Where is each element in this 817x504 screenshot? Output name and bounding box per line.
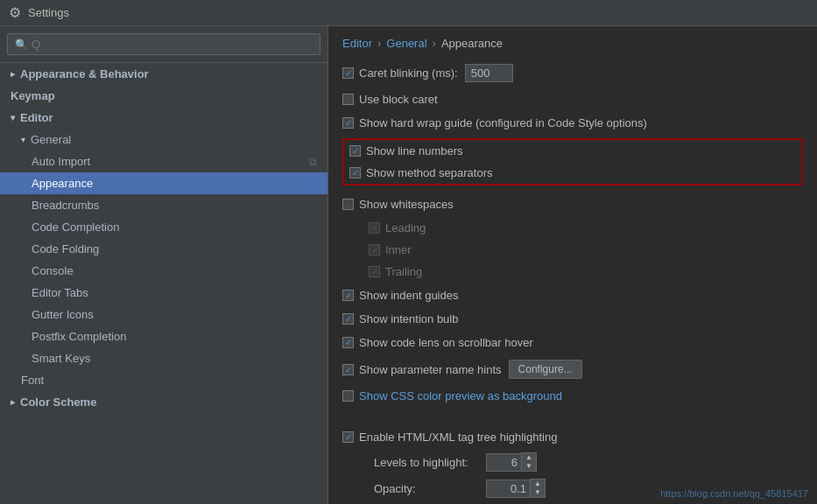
trailing-checkbox[interactable]: ✓ Trailing — [369, 265, 422, 278]
opacity-up[interactable]: ▲ — [531, 480, 545, 488]
levels-up[interactable]: ▲ — [522, 453, 536, 462]
leading-check[interactable]: ✓ — [369, 222, 380, 234]
show-whitespaces-check[interactable] — [342, 199, 354, 210]
enable-html-xml-check[interactable] — [342, 431, 354, 443]
copy-icon: ⧉ — [309, 156, 317, 168]
show-whitespaces-checkbox[interactable]: Show whitespaces — [342, 198, 454, 211]
show-line-numbers-check[interactable] — [349, 145, 361, 157]
show-code-lens-checkbox[interactable]: Show code lens on scrollbar hover — [342, 336, 533, 349]
show-method-separators-check[interactable] — [349, 167, 361, 178]
show-whitespaces-label: Show whitespaces — [359, 198, 454, 211]
caret-blinking-checkbox[interactable]: Caret blinking (ms): — [342, 66, 458, 80]
sidebar-label: General — [31, 133, 71, 146]
sidebar-label: Editor — [20, 111, 53, 124]
sidebar-label: Keymap — [11, 89, 55, 102]
breadcrumb-general: General — [386, 37, 426, 50]
show-code-lens-check[interactable] — [342, 337, 354, 348]
show-parameter-hints-check[interactable] — [342, 364, 354, 375]
opacity-arrows: ▲ ▼ — [530, 479, 546, 498]
breadcrumb-editor: Editor — [342, 37, 372, 50]
show-intention-bulb-row: Show intention bulb — [342, 311, 803, 327]
arrow-icon — [11, 397, 15, 407]
search-field[interactable] — [32, 38, 313, 51]
show-intention-bulb-label: Show intention bulb — [359, 312, 458, 326]
sidebar-tree: Appearance & Behavior Keymap Editor Gene… — [0, 63, 328, 504]
red-annotation-box: Show line numbers Show method separators — [342, 138, 803, 186]
sidebar-item-color-scheme[interactable]: Color Scheme — [0, 391, 328, 413]
show-parameter-hints-label: Show parameter name hints — [359, 363, 502, 376]
opacity-down[interactable]: ▼ — [531, 488, 545, 497]
levels-down[interactable]: ▼ — [522, 462, 536, 471]
sidebar-label: Code Folding — [32, 242, 99, 256]
levels-input[interactable] — [486, 453, 521, 472]
sidebar-label: Smart Keys — [32, 352, 90, 365]
show-css-color-label: Show CSS color preview as background — [359, 389, 562, 402]
show-whitespaces-row: Show whitespaces — [342, 196, 803, 213]
levels-arrows: ▲ ▼ — [521, 452, 537, 472]
opacity-label: Opacity: — [374, 482, 479, 495]
caret-blinking-row: Caret blinking (ms): — [342, 62, 803, 84]
main-content: 🔍 Appearance & Behavior Keymap Editor — [0, 26, 817, 504]
show-method-separators-checkbox[interactable]: Show method separators — [349, 166, 493, 179]
leading-row: ✓ Leading — [369, 220, 803, 236]
opacity-input[interactable] — [486, 480, 530, 498]
sidebar-label: Breadcrumbs — [32, 199, 99, 212]
breadcrumb: Editor › General › Appearance — [342, 37, 803, 50]
sidebar-item-auto-import[interactable]: Auto Import ⧉ — [0, 150, 328, 172]
window-title: Settings — [28, 6, 69, 19]
sidebar-item-font[interactable]: Font — [0, 369, 328, 391]
sidebar-item-general[interactable]: General — [0, 129, 328, 150]
breadcrumb-appearance: Appearance — [441, 37, 503, 50]
sidebar-item-code-folding[interactable]: Code Folding — [0, 238, 328, 260]
show-intention-bulb-checkbox[interactable]: Show intention bulb — [342, 312, 458, 326]
caret-blinking-check[interactable] — [342, 67, 354, 79]
show-line-numbers-label: Show line numbers — [366, 144, 463, 158]
configure-button[interactable]: Configure... — [509, 360, 582, 379]
inner-check[interactable]: ✓ — [369, 244, 380, 256]
sidebar-label: Postfix Completion — [32, 330, 126, 343]
show-hard-wrap-check[interactable] — [342, 117, 354, 129]
show-css-color-checkbox[interactable]: Show CSS color preview as background — [342, 389, 562, 402]
sidebar-label: Appearance — [32, 177, 93, 190]
settings-section: Caret blinking (ms): Use block caret Sho… — [342, 62, 803, 504]
sidebar: 🔍 Appearance & Behavior Keymap Editor — [0, 26, 328, 504]
show-indent-guides-check[interactable] — [342, 290, 354, 301]
sidebar-item-postfix-completion[interactable]: Postfix Completion — [0, 326, 328, 347]
show-parameter-hints-checkbox[interactable]: Show parameter name hints — [342, 363, 502, 376]
use-block-caret-checkbox[interactable]: Use block caret — [342, 93, 438, 106]
settings-icon: ⚙ — [9, 4, 21, 21]
caret-blinking-label: Caret blinking (ms): — [359, 66, 458, 80]
opacity-spinbox[interactable]: ▲ ▼ — [486, 479, 546, 498]
show-indent-guides-checkbox[interactable]: Show indent guides — [342, 289, 458, 302]
show-line-numbers-checkbox[interactable]: Show line numbers — [349, 144, 463, 158]
use-block-caret-check[interactable] — [342, 94, 354, 105]
show-method-separators-label: Show method separators — [366, 166, 493, 179]
caret-blinking-input[interactable] — [465, 64, 513, 82]
sidebar-item-gutter-icons[interactable]: Gutter Icons — [0, 304, 328, 326]
sidebar-item-editor[interactable]: Editor — [0, 107, 328, 129]
sidebar-item-code-completion[interactable]: Code Completion — [0, 216, 328, 238]
search-input-wrapper[interactable]: 🔍 — [7, 33, 320, 55]
show-code-lens-label: Show code lens on scrollbar hover — [359, 336, 533, 349]
show-code-lens-row: Show code lens on scrollbar hover — [342, 334, 803, 351]
sidebar-item-smart-keys[interactable]: Smart Keys — [0, 347, 328, 369]
show-hard-wrap-checkbox[interactable]: Show hard wrap guide (configured in Code… — [342, 116, 647, 130]
show-css-color-row: Show CSS color preview as background — [342, 388, 803, 404]
show-intention-bulb-check[interactable] — [342, 313, 354, 325]
levels-spinbox[interactable]: ▲ ▼ — [486, 452, 537, 472]
sidebar-item-console[interactable]: Console — [0, 260, 328, 282]
inner-checkbox[interactable]: ✓ Inner — [369, 243, 412, 256]
enable-html-xml-checkbox[interactable]: Enable HTML/XML tag tree highlighting — [342, 430, 557, 444]
trailing-check[interactable]: ✓ — [369, 266, 380, 277]
sidebar-item-appearance-behavior[interactable]: Appearance & Behavior — [0, 63, 328, 85]
show-line-numbers-row: Show line numbers — [349, 143, 796, 159]
levels-row: Levels to highlight: ▲ ▼ — [342, 452, 803, 472]
sidebar-item-editor-tabs[interactable]: Editor Tabs — [0, 282, 328, 304]
sidebar-item-breadcrumbs[interactable]: Breadcrumbs — [0, 194, 328, 216]
leading-checkbox[interactable]: ✓ Leading — [369, 221, 426, 234]
sidebar-item-keymap[interactable]: Keymap — [0, 85, 328, 107]
arrow-icon — [11, 69, 15, 79]
show-css-color-check[interactable] — [342, 390, 354, 402]
sidebar-item-appearance[interactable]: Appearance — [0, 172, 328, 194]
show-hard-wrap-label: Show hard wrap guide (configured in Code… — [359, 116, 647, 130]
